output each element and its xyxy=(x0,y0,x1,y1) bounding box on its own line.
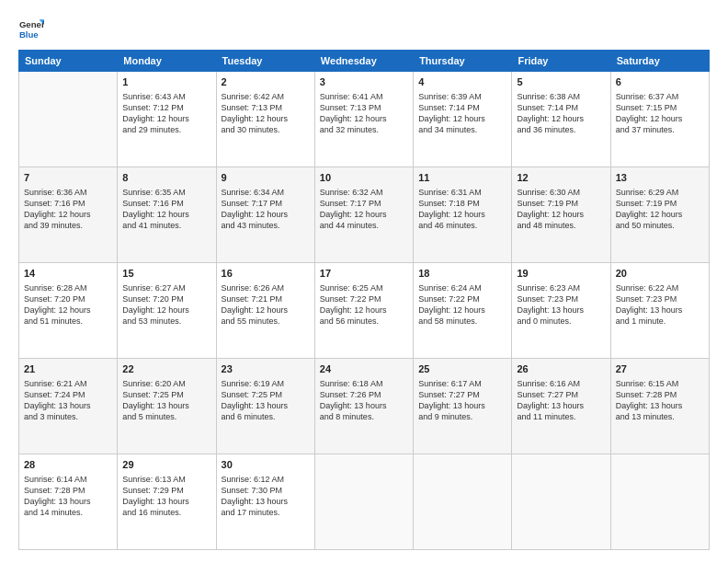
day-number: 9 xyxy=(222,171,310,185)
page: General Blue SundayMondayTuesdayWednesda… xyxy=(0,0,728,563)
day-info: Sunrise: 6:25 AMSunset: 7:22 PMDaylight:… xyxy=(320,282,408,327)
week-row-3: 14Sunrise: 6:28 AMSunset: 7:20 PMDayligh… xyxy=(19,263,710,359)
calendar-table: SundayMondayTuesdayWednesdayThursdayFrid… xyxy=(18,50,710,550)
svg-text:General: General xyxy=(19,19,44,29)
col-header-friday: Friday xyxy=(512,51,610,72)
day-number: 13 xyxy=(616,171,704,185)
day-number: 11 xyxy=(418,171,506,185)
day-info: Sunrise: 6:37 AMSunset: 7:15 PMDaylight:… xyxy=(616,91,704,136)
week-row-2: 7Sunrise: 6:36 AMSunset: 7:16 PMDaylight… xyxy=(19,167,710,263)
day-number: 7 xyxy=(24,171,112,185)
day-info: Sunrise: 6:38 AMSunset: 7:14 PMDaylight:… xyxy=(517,91,605,136)
day-number: 18 xyxy=(418,267,506,281)
col-header-wednesday: Wednesday xyxy=(314,51,413,72)
day-info: Sunrise: 6:36 AMSunset: 7:16 PMDaylight:… xyxy=(24,187,112,232)
day-number: 17 xyxy=(320,267,408,281)
day-number: 27 xyxy=(616,362,704,376)
day-cell: 24Sunrise: 6:18 AMSunset: 7:26 PMDayligh… xyxy=(314,359,413,454)
day-info: Sunrise: 6:41 AMSunset: 7:13 PMDaylight:… xyxy=(320,91,408,136)
day-cell: 21Sunrise: 6:21 AMSunset: 7:24 PMDayligh… xyxy=(19,359,118,454)
day-cell xyxy=(512,454,610,550)
day-number: 4 xyxy=(418,75,506,89)
day-number: 1 xyxy=(122,75,210,89)
header: General Blue xyxy=(18,17,710,42)
day-cell: 11Sunrise: 6:31 AMSunset: 7:18 PMDayligh… xyxy=(414,167,512,263)
day-cell xyxy=(314,454,413,550)
logo: General Blue xyxy=(18,17,48,42)
day-cell: 4Sunrise: 6:39 AMSunset: 7:14 PMDaylight… xyxy=(414,72,512,167)
col-header-saturday: Saturday xyxy=(610,51,709,72)
day-info: Sunrise: 6:14 AMSunset: 7:28 PMDaylight:… xyxy=(24,474,112,519)
day-number: 8 xyxy=(122,171,210,185)
day-cell: 12Sunrise: 6:30 AMSunset: 7:19 PMDayligh… xyxy=(512,167,610,263)
svg-text:Blue: Blue xyxy=(19,29,39,40)
day-cell: 28Sunrise: 6:14 AMSunset: 7:28 PMDayligh… xyxy=(19,454,118,550)
day-number: 20 xyxy=(616,267,704,281)
day-cell xyxy=(610,454,709,550)
col-header-sunday: Sunday xyxy=(19,51,118,72)
day-cell: 16Sunrise: 6:26 AMSunset: 7:21 PMDayligh… xyxy=(216,263,314,359)
day-info: Sunrise: 6:29 AMSunset: 7:19 PMDaylight:… xyxy=(616,187,704,232)
day-info: Sunrise: 6:28 AMSunset: 7:20 PMDaylight:… xyxy=(24,282,112,327)
day-number: 30 xyxy=(222,458,310,472)
day-cell: 25Sunrise: 6:17 AMSunset: 7:27 PMDayligh… xyxy=(414,359,512,454)
day-number: 14 xyxy=(24,267,112,281)
day-info: Sunrise: 6:20 AMSunset: 7:25 PMDaylight:… xyxy=(122,378,210,423)
day-info: Sunrise: 6:43 AMSunset: 7:12 PMDaylight:… xyxy=(122,91,210,136)
day-cell: 18Sunrise: 6:24 AMSunset: 7:22 PMDayligh… xyxy=(414,263,512,359)
day-cell: 15Sunrise: 6:27 AMSunset: 7:20 PMDayligh… xyxy=(118,263,216,359)
day-number: 24 xyxy=(320,362,408,376)
day-info: Sunrise: 6:27 AMSunset: 7:20 PMDaylight:… xyxy=(122,282,210,327)
day-cell: 30Sunrise: 6:12 AMSunset: 7:30 PMDayligh… xyxy=(216,454,314,550)
day-info: Sunrise: 6:23 AMSunset: 7:23 PMDaylight:… xyxy=(517,282,605,327)
day-cell: 27Sunrise: 6:15 AMSunset: 7:28 PMDayligh… xyxy=(610,359,709,454)
day-number: 25 xyxy=(418,362,506,376)
day-info: Sunrise: 6:34 AMSunset: 7:17 PMDaylight:… xyxy=(222,187,310,232)
day-info: Sunrise: 6:42 AMSunset: 7:13 PMDaylight:… xyxy=(222,91,310,136)
day-info: Sunrise: 6:18 AMSunset: 7:26 PMDaylight:… xyxy=(320,378,408,423)
day-cell: 6Sunrise: 6:37 AMSunset: 7:15 PMDaylight… xyxy=(610,72,709,167)
day-cell: 10Sunrise: 6:32 AMSunset: 7:17 PMDayligh… xyxy=(314,167,413,263)
day-number: 15 xyxy=(122,267,210,281)
day-info: Sunrise: 6:19 AMSunset: 7:25 PMDaylight:… xyxy=(222,378,310,423)
col-header-tuesday: Tuesday xyxy=(216,51,314,72)
day-cell: 1Sunrise: 6:43 AMSunset: 7:12 PMDaylight… xyxy=(118,72,216,167)
day-cell: 5Sunrise: 6:38 AMSunset: 7:14 PMDaylight… xyxy=(512,72,610,167)
day-cell: 8Sunrise: 6:35 AMSunset: 7:16 PMDaylight… xyxy=(118,167,216,263)
day-number: 12 xyxy=(517,171,605,185)
day-number: 26 xyxy=(517,362,605,376)
day-info: Sunrise: 6:13 AMSunset: 7:29 PMDaylight:… xyxy=(122,474,210,519)
day-cell: 3Sunrise: 6:41 AMSunset: 7:13 PMDaylight… xyxy=(314,72,413,167)
day-number: 6 xyxy=(616,75,704,89)
day-cell: 14Sunrise: 6:28 AMSunset: 7:20 PMDayligh… xyxy=(19,263,118,359)
day-cell: 22Sunrise: 6:20 AMSunset: 7:25 PMDayligh… xyxy=(118,359,216,454)
day-cell: 17Sunrise: 6:25 AMSunset: 7:22 PMDayligh… xyxy=(314,263,413,359)
day-number: 16 xyxy=(222,267,310,281)
header-row: SundayMondayTuesdayWednesdayThursdayFrid… xyxy=(19,51,710,72)
day-info: Sunrise: 6:24 AMSunset: 7:22 PMDaylight:… xyxy=(418,282,506,327)
day-number: 21 xyxy=(24,362,112,376)
col-header-monday: Monday xyxy=(118,51,216,72)
day-number: 23 xyxy=(222,362,310,376)
day-cell: 29Sunrise: 6:13 AMSunset: 7:29 PMDayligh… xyxy=(118,454,216,550)
week-row-5: 28Sunrise: 6:14 AMSunset: 7:28 PMDayligh… xyxy=(19,454,710,550)
logo-icon: General Blue xyxy=(18,17,44,42)
day-cell: 13Sunrise: 6:29 AMSunset: 7:19 PMDayligh… xyxy=(610,167,709,263)
day-info: Sunrise: 6:39 AMSunset: 7:14 PMDaylight:… xyxy=(418,91,506,136)
day-cell: 19Sunrise: 6:23 AMSunset: 7:23 PMDayligh… xyxy=(512,263,610,359)
day-info: Sunrise: 6:21 AMSunset: 7:24 PMDaylight:… xyxy=(24,378,112,423)
day-cell: 20Sunrise: 6:22 AMSunset: 7:23 PMDayligh… xyxy=(610,263,709,359)
day-info: Sunrise: 6:32 AMSunset: 7:17 PMDaylight:… xyxy=(320,187,408,232)
week-row-4: 21Sunrise: 6:21 AMSunset: 7:24 PMDayligh… xyxy=(19,359,710,454)
day-info: Sunrise: 6:22 AMSunset: 7:23 PMDaylight:… xyxy=(616,282,704,327)
day-cell xyxy=(19,72,118,167)
day-cell xyxy=(414,454,512,550)
day-number: 22 xyxy=(122,362,210,376)
week-row-1: 1Sunrise: 6:43 AMSunset: 7:12 PMDaylight… xyxy=(19,72,710,167)
day-number: 10 xyxy=(320,171,408,185)
day-number: 28 xyxy=(24,458,112,472)
day-info: Sunrise: 6:17 AMSunset: 7:27 PMDaylight:… xyxy=(418,378,506,423)
day-info: Sunrise: 6:12 AMSunset: 7:30 PMDaylight:… xyxy=(222,474,310,519)
day-cell: 7Sunrise: 6:36 AMSunset: 7:16 PMDaylight… xyxy=(19,167,118,263)
day-number: 3 xyxy=(320,75,408,89)
